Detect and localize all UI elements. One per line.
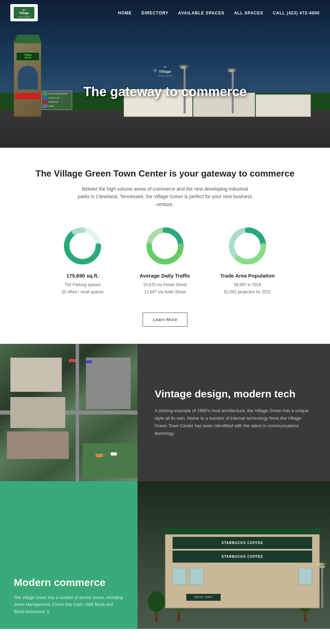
commerce-text-panel: Modern commerce The Village Green has a …	[0, 481, 138, 629]
donut-traffic	[144, 225, 186, 267]
svg-text:TOWN CENTER: TOWN CENTER	[158, 75, 172, 77]
svg-point-19	[155, 236, 175, 256]
stats-subtext: Betwixt the high volume areas of commerc…	[76, 185, 254, 208]
stat-pop-detail: 58,897 in 2016 62,082 projected for 2021	[224, 281, 271, 295]
stat-sqft: 175,690 sq.ft. 750 Parking spaces 35 off…	[53, 225, 112, 295]
commerce-split: Modern commerce The Village Green has a …	[0, 481, 330, 629]
learn-more-button[interactable]: Learn More	[143, 313, 187, 327]
navigation: the Village TOWN CENTER HOME DIRECTORY A…	[0, 0, 330, 25]
stat-population: Trade Area Population 58,897 in 2016 62,…	[218, 225, 277, 295]
hero-title: The gateway to commerce	[83, 84, 246, 99]
vintage-heading: Vintage design, modern tech	[155, 388, 313, 400]
stats-charts: 175,690 sq.ft. 750 Parking spaces 35 off…	[14, 225, 316, 295]
stat-traffic-detail: 15,670 via Inman Street 13,897 via Keith…	[143, 281, 187, 295]
nav-available-spaces[interactable]: AVAILABLE SPACES	[178, 11, 224, 15]
stats-section: The Village Green Town Center is your ga…	[0, 148, 330, 344]
stat-traffic: Average Daily Traffic 15,670 via Inman S…	[136, 225, 194, 295]
svg-text:Village: Village	[19, 11, 29, 15]
svg-text:TOWN CENTER: TOWN CENTER	[18, 16, 31, 18]
nav-directory[interactable]: DIRECTORY	[141, 11, 168, 15]
svg-text:Village: Village	[159, 69, 171, 73]
svg-text:the: the	[164, 66, 167, 68]
stat-pop-label: Trade Area Population	[220, 273, 275, 279]
svg-point-23	[237, 236, 258, 256]
nav-links: HOME DIRECTORY AVAILABLE SPACES ALL SPAC…	[118, 10, 320, 16]
donut-sqft	[62, 225, 103, 267]
nav-home[interactable]: HOME	[118, 11, 132, 15]
stat-traffic-label: Average Daily Traffic	[140, 273, 190, 279]
svg-point-15	[72, 236, 93, 256]
stats-heading: The Village Green Town Center is your ga…	[14, 168, 316, 179]
starbucks-image: STARBUCKS COFFEE STARBUCKS COFFEE DRIVE …	[138, 481, 330, 629]
donut-population	[227, 225, 268, 267]
nav-call[interactable]: CALL (423) 472-4000	[273, 11, 320, 15]
nav-logo[interactable]: the Village TOWN CENTER	[10, 4, 38, 21]
vintage-body: A shining example of 1960's mod architec…	[155, 407, 313, 437]
nav-all-spaces[interactable]: ALL SPACES	[234, 11, 263, 15]
hero-logo: the Village TOWN CENTER	[151, 63, 179, 81]
commerce-heading: Modern commerce	[14, 576, 124, 589]
vintage-text-panel: Vintage design, modern tech A shining ex…	[138, 344, 330, 481]
stat-sqft-label: 175,690 sq.ft.	[66, 273, 99, 279]
commerce-body: The Village Green has a number of anchor…	[14, 594, 124, 615]
vintage-split: Vintage design, modern tech A shining ex…	[0, 344, 330, 481]
svg-text:the: the	[23, 9, 26, 11]
stat-sqft-detail: 750 Parking spaces 35 office / retail sp…	[62, 281, 104, 295]
aerial-image	[0, 344, 138, 481]
